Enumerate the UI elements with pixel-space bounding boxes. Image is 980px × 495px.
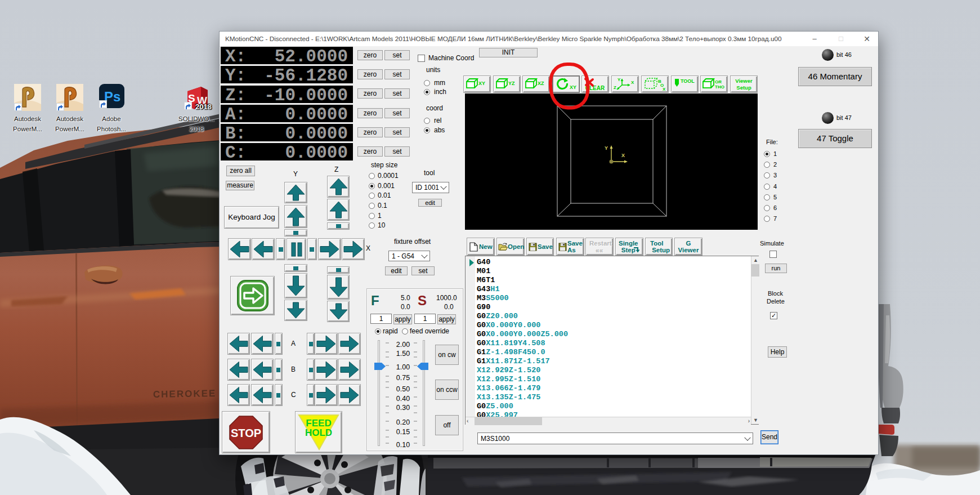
svg-text:CHEROKEE: CHEROKEE: [153, 388, 217, 400]
svg-text:X: X: [631, 80, 634, 85]
svg-text:Y: Y: [617, 77, 621, 82]
svg-text:X: X: [621, 153, 625, 158]
svg-text:XY: XY: [570, 84, 576, 90]
svg-text:XY: XY: [478, 81, 485, 86]
svg-text:TOOL: TOOL: [681, 78, 695, 84]
svg-text:STOP: STOP: [231, 427, 261, 439]
svg-text:HOLD: HOLD: [305, 427, 332, 438]
svg-text:CLEAR: CLEAR: [585, 85, 605, 91]
svg-text:YZ: YZ: [508, 81, 515, 86]
svg-text:THO: THO: [715, 84, 724, 90]
svg-text:XZ: XZ: [538, 81, 544, 86]
svg-text:Z: Z: [614, 85, 616, 90]
svg-text:Y: Y: [605, 145, 608, 151]
svg-text:X: X: [663, 87, 666, 92]
svg-text:OR: OR: [715, 79, 722, 84]
